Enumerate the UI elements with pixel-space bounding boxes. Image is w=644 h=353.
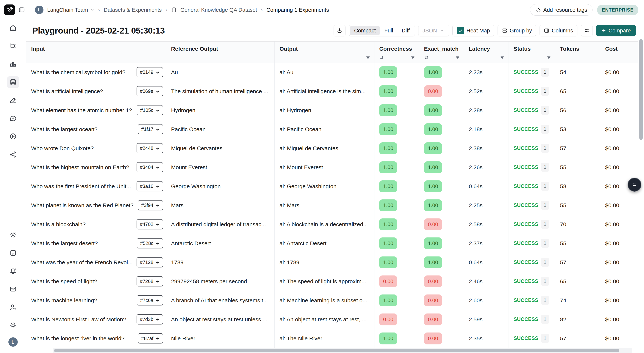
sidebar-item-docs[interactable] — [7, 247, 19, 259]
tokens-value: 55 — [560, 202, 566, 209]
example-link[interactable]: #069e — [136, 86, 163, 96]
bar-chart-icon — [9, 60, 17, 68]
score-badge: 1.00 — [424, 66, 442, 78]
score-badge: 1.00 — [424, 199, 442, 211]
reference-output-text: George Washington — [171, 183, 221, 190]
example-link[interactable]: #3f94 — [138, 200, 163, 210]
score-badge: 1.00 — [424, 180, 442, 192]
sidebar-item-tracing[interactable] — [7, 40, 19, 52]
sidebar-item-theme[interactable] — [7, 319, 19, 331]
example-link[interactable]: #0149 — [136, 67, 163, 77]
score-badge: 1.00 — [379, 237, 397, 249]
sidebar-item-playground[interactable] — [7, 130, 19, 142]
plus-icon — [601, 28, 606, 33]
cost-value: $0.00 — [605, 88, 619, 94]
example-link[interactable]: #1f17 — [138, 124, 163, 134]
team-switcher[interactable]: LangChain Team — [47, 7, 94, 13]
panel-toggle-icon — [18, 6, 25, 13]
sidebar-item-datasets[interactable] — [7, 76, 19, 88]
toolbar: CompactFullDiff JSON Heat Map Group by — [334, 25, 636, 36]
example-link[interactable]: #3a16 — [136, 181, 163, 191]
horizontal-scrollbar-thumb[interactable] — [54, 349, 619, 352]
sidebar-item-invite-user[interactable] — [7, 301, 19, 313]
example-id: #7268 — [140, 279, 153, 284]
heat-map-toggle[interactable]: Heat Map — [452, 25, 494, 36]
example-link[interactable]: #7128 — [136, 257, 163, 268]
sidebar-item-annotation[interactable] — [7, 94, 19, 106]
group-by-button[interactable]: Group by — [498, 25, 536, 36]
breadcrumb-dataset-name[interactable]: General Knowledge QA Dataset — [180, 7, 257, 13]
column-header-tokens[interactable]: Tokens — [555, 41, 600, 63]
top-bar-left: L LangChain Team › Datasets & Experiment… — [4, 0, 329, 20]
example-link[interactable]: #4702 — [136, 219, 163, 229]
breadcrumb-datasets-experiments[interactable]: Datasets & Experiments — [104, 7, 162, 13]
table-row[interactable]: What is the speed of light?#726829979245… — [26, 272, 638, 291]
column-header-status[interactable]: Status — [509, 41, 555, 63]
sidebar-item-home[interactable] — [7, 22, 19, 34]
table-row[interactable]: What was the year of the French Revol...… — [26, 253, 638, 272]
sidebar-toggle-button[interactable] — [18, 6, 25, 13]
example-link[interactable]: #528c — [137, 238, 163, 248]
tokens-value: 55 — [560, 240, 566, 247]
user-avatar[interactable]: L — [8, 337, 18, 347]
latency-value: 2.28s — [469, 107, 482, 113]
sidebar-item-settings[interactable] — [7, 229, 19, 241]
table-row[interactable]: Who was the first President of the Unit.… — [26, 177, 638, 196]
sidebar-item-deployments[interactable] — [7, 149, 19, 160]
floating-controls-button[interactable] — [628, 178, 642, 192]
column-header-exact-match[interactable]: Exact_match — [419, 41, 464, 63]
table-row[interactable]: What is Newton's First Law of Motion?#7d… — [26, 310, 638, 329]
rows-icon — [502, 28, 508, 33]
view-mode-full[interactable]: Full — [380, 26, 397, 35]
table-row[interactable]: What planet is known as the Red Planet?#… — [26, 196, 638, 215]
download-button[interactable] — [334, 25, 346, 36]
heat-map-checkbox[interactable] — [457, 27, 464, 34]
sidebar-item-mail[interactable] — [7, 283, 19, 295]
langsmith-logo[interactable] — [4, 4, 15, 15]
latency-value: 2.46s — [469, 278, 482, 285]
view-mode-diff[interactable]: Diff — [398, 26, 414, 35]
output-text: ai: Pacific Ocean — [280, 126, 322, 132]
sun-icon — [9, 322, 17, 329]
example-link[interactable]: #7c6a — [137, 295, 163, 306]
sidebar-item-alerts[interactable] — [7, 265, 19, 277]
table-row[interactable]: What is artificial intelligence?#069eThe… — [26, 82, 638, 101]
columns-button[interactable]: Columns — [540, 25, 577, 36]
table-row[interactable]: What element has the atomic number 1?#10… — [26, 101, 638, 120]
table-row[interactable]: What is the highest mountain on Earth?#3… — [26, 158, 638, 177]
example-link[interactable]: #7d3b — [136, 314, 163, 325]
compare-button[interactable]: Compare — [596, 25, 636, 36]
table-row[interactable]: What is a blockchain?#4702A distributed … — [26, 215, 638, 234]
table-row[interactable]: What is the chemical symbol for gold?#01… — [26, 63, 638, 82]
arrow-right-icon — [155, 336, 160, 341]
database-icon — [171, 7, 177, 13]
table-row[interactable]: Who wrote Don Quixote?#2448Miguel de Cer… — [26, 139, 638, 158]
add-resource-tags-button[interactable]: Add resource tags — [530, 4, 592, 16]
example-link[interactable]: #2448 — [136, 143, 163, 153]
example-link[interactable]: #3404 — [136, 162, 163, 172]
tree-view-button[interactable] — [581, 25, 593, 36]
filter-icon — [500, 55, 505, 60]
column-header-reference-output[interactable]: Reference Output — [166, 41, 274, 63]
column-header-input[interactable]: Input — [26, 41, 166, 63]
example-link[interactable]: #7268 — [136, 276, 163, 287]
horizontal-scrollbar[interactable] — [52, 348, 632, 353]
table-row[interactable]: What is the longest river in the world?#… — [26, 329, 638, 348]
column-header-latency[interactable]: Latency — [464, 41, 509, 63]
format-select[interactable]: JSON — [418, 25, 449, 36]
sidebar-item-monitoring[interactable] — [7, 58, 19, 70]
table-row[interactable]: What is the largest desert?#528cAntarcti… — [26, 234, 638, 253]
sidebar-item-prompts[interactable] — [7, 112, 19, 124]
example-link[interactable]: #87af — [138, 333, 163, 344]
column-header-correctness[interactable]: Correctness — [374, 41, 419, 63]
vertical-scrollbar-thumb[interactable] — [639, 39, 643, 140]
table-row[interactable]: What is machine learning?#7c6aA branch o… — [26, 291, 638, 310]
gear-icon — [9, 231, 17, 239]
table-row[interactable]: What is the largest ocean?#1f17Pacific O… — [26, 120, 638, 139]
column-header-output[interactable]: Output — [274, 41, 374, 63]
column-header-cost[interactable]: Cost — [600, 41, 638, 63]
view-mode-compact[interactable]: Compact — [350, 26, 380, 35]
reference-output-text: Au — [171, 69, 178, 75]
format-select-value: JSON — [422, 27, 437, 34]
example-link[interactable]: #105c — [137, 105, 163, 115]
